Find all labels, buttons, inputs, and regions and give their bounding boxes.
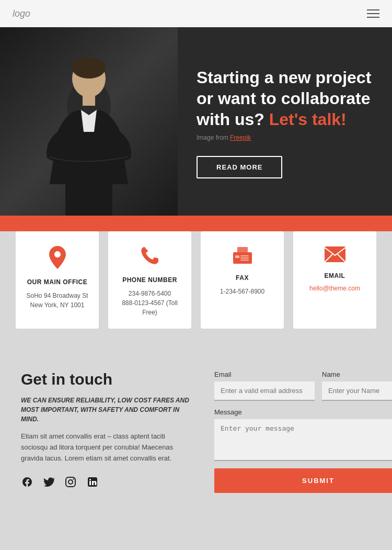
- email-link[interactable]: hello@theme.com: [309, 285, 360, 292]
- contact-section: Get in touch WE CAN ENSURE RELIABILITY, …: [0, 350, 392, 524]
- svg-rect-8: [235, 255, 239, 258]
- svg-point-20: [89, 479, 91, 480]
- hero-source: Image from Freepik: [197, 134, 373, 141]
- svg-point-16: [68, 480, 73, 484]
- contact-subtitle: WE CAN ENSURE RELIABILITY, LOW COST FARE…: [21, 396, 193, 424]
- svg-point-17: [73, 479, 74, 480]
- facebook-icon[interactable]: [21, 476, 32, 491]
- hamburger-menu[interactable]: [367, 9, 379, 18]
- fax-card: FAX 1-234-567-8900: [201, 231, 284, 329]
- office-card-title: OUR MAIN OFFICE: [27, 278, 88, 286]
- cards-row: OUR MAIN OFFICE SoHo 94 Broadway St New …: [16, 231, 376, 329]
- instagram-icon[interactable]: [65, 476, 76, 491]
- navbar: logo: [0, 0, 392, 27]
- office-card: OUR MAIN OFFICE SoHo 94 Broadway St New …: [16, 231, 99, 329]
- contact-body: Etiam sit amet convallis erat – class ap…: [21, 431, 193, 464]
- submit-button[interactable]: SUBMIT: [214, 468, 392, 493]
- svg-rect-3: [83, 94, 95, 106]
- message-label: Message: [214, 408, 392, 416]
- name-label: Name: [322, 371, 392, 378]
- email-group: Email: [214, 371, 315, 401]
- svg-rect-19: [89, 481, 91, 485]
- email-input[interactable]: [214, 381, 315, 401]
- linkedin-icon[interactable]: [87, 476, 98, 491]
- freepik-link[interactable]: Freepik: [230, 134, 251, 141]
- cards-section: OUR MAIN OFFICE SoHo 94 Broadway St New …: [0, 231, 392, 350]
- phone-icon: [141, 246, 159, 270]
- svg-rect-9: [240, 255, 249, 256]
- fax-icon: [232, 246, 253, 268]
- read-more-button[interactable]: READ MORE: [197, 156, 282, 178]
- email-label: Email: [214, 371, 315, 378]
- hero-image: [0, 27, 178, 216]
- logo: logo: [13, 8, 30, 19]
- phone-card-text: 234-9876-5400 888-0123-4567 (Toll Free): [117, 289, 183, 317]
- empty-section: [0, 524, 392, 550]
- contact-left: Get in touch WE CAN ENSURE RELIABILITY, …: [21, 371, 193, 491]
- phone-card: PHONE NUMBER 234-9876-5400 888-0123-4567…: [108, 231, 191, 329]
- office-card-text: SoHo 94 Broadway St New York, NY 1001: [24, 291, 90, 310]
- contact-title: Get in touch: [21, 371, 193, 388]
- svg-point-2: [72, 58, 106, 78]
- hero-section: Starting a new project or want to collab…: [0, 27, 392, 216]
- hero-title: Starting a new project or want to collab…: [197, 67, 373, 130]
- twitter-icon[interactable]: [43, 476, 54, 491]
- fax-card-title: FAX: [236, 274, 249, 282]
- svg-rect-12: [325, 246, 345, 262]
- message-textarea[interactable]: [214, 419, 392, 461]
- svg-rect-11: [240, 260, 249, 261]
- svg-rect-5: [86, 183, 112, 216]
- fax-card-text: 1-234-567-8900: [220, 287, 264, 296]
- svg-rect-10: [240, 257, 249, 259]
- email-card: EMAIL hello@theme.com: [293, 231, 376, 329]
- location-icon: [48, 246, 67, 272]
- email-card-title: EMAIL: [325, 272, 345, 279]
- phone-card-title: PHONE NUMBER: [122, 276, 177, 284]
- hero-content: Starting a new project or want to collab…: [178, 27, 392, 216]
- contact-form: Email Name Message SUBMIT: [214, 371, 392, 493]
- social-icons: [21, 476, 193, 491]
- name-input[interactable]: [322, 381, 392, 401]
- name-group: Name: [322, 371, 392, 401]
- form-row-email-name: Email Name: [214, 371, 392, 401]
- svg-rect-7: [237, 247, 248, 254]
- email-icon: [324, 246, 346, 266]
- message-group: Message: [214, 408, 392, 461]
